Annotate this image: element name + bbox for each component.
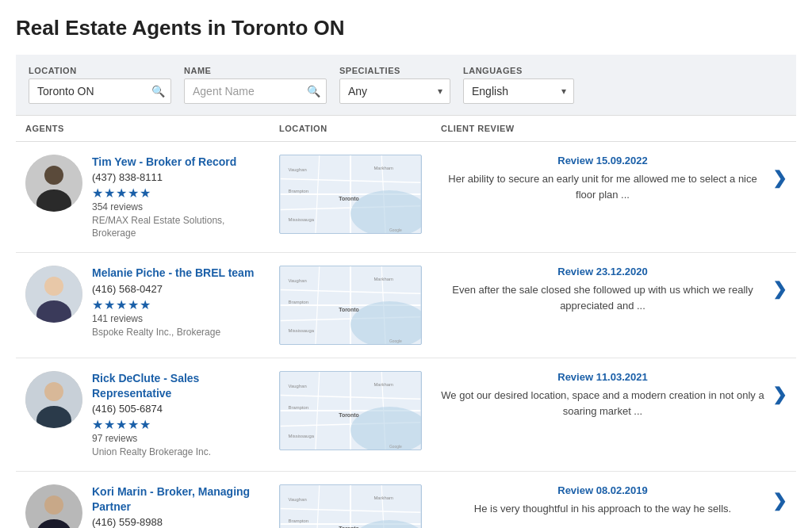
review-arrow-button[interactable]: ❯ xyxy=(772,386,787,404)
agent-info-cell: Melanie Piche - the BREL team (416) 568-… xyxy=(16,253,270,358)
avatar xyxy=(25,266,82,323)
filter-bar: LOCATION 🔍 NAME 🔍 SPECIALTIES Any Buyer … xyxy=(16,55,796,115)
agent-cell: Rick DeClute - Sales Representative (416… xyxy=(25,371,260,458)
agent-phone: (416) 568-0427 xyxy=(92,283,260,295)
location-input[interactable] xyxy=(29,78,171,104)
table-row: Kori Marin - Broker, Managing Partner (4… xyxy=(16,472,796,528)
review-content: Review 23.12.2020 Even after the sale cl… xyxy=(441,266,764,313)
agent-map-cell: Vaughan Markham Brampton Toronto Mississ… xyxy=(270,253,431,358)
review-arrow: ❯ xyxy=(772,281,787,298)
table-row: Rick DeClute - Sales Representative (416… xyxy=(16,358,796,472)
svg-text:Google: Google xyxy=(389,339,402,343)
review-arrow-button[interactable]: ❯ xyxy=(772,281,787,298)
agent-cell: Tim Yew - Broker of Record (437) 838-811… xyxy=(25,155,260,239)
agent-name[interactable]: Rick DeClute - Sales Representative xyxy=(92,371,260,400)
agent-details: Tim Yew - Broker of Record (437) 838-811… xyxy=(92,155,260,239)
svg-text:Mississauga: Mississauga xyxy=(289,434,315,439)
review-row-inner: Review 11.03.2021 We got our desired loc… xyxy=(441,371,787,419)
agent-info-cell: Tim Yew - Broker of Record (437) 838-811… xyxy=(16,142,270,253)
avatar xyxy=(25,155,82,212)
svg-text:Toronto: Toronto xyxy=(339,412,358,418)
agent-map-cell: Vaughan Markham Brampton Toronto Mississ… xyxy=(270,358,431,472)
agent-phone: (416) 559-8988 xyxy=(92,516,260,528)
agent-brokerage: RE/MAX Real Estate Solutions, Brokerage xyxy=(92,215,260,239)
agent-map-cell: Vaughan Markham Brampton Toronto Mississ… xyxy=(270,142,431,253)
svg-text:Vaughan: Vaughan xyxy=(289,167,307,172)
agent-cell: Kori Marin - Broker, Managing Partner (4… xyxy=(25,484,260,528)
review-row-inner: Review 15.09.2022 Her ability to secure … xyxy=(441,155,787,202)
location-filter: LOCATION 🔍 xyxy=(29,66,171,104)
review-content: Review 11.03.2021 We got our desired loc… xyxy=(441,371,764,419)
languages-select[interactable]: English French Spanish Mandarin xyxy=(463,78,574,104)
svg-point-35 xyxy=(44,382,63,401)
review-cell: Review 11.03.2021 We got our desired loc… xyxy=(431,358,796,472)
review-row-inner: Review 23.12.2020 Even after the sale cl… xyxy=(441,266,787,313)
svg-text:Google: Google xyxy=(389,445,402,449)
svg-text:Brampton: Brampton xyxy=(289,300,308,304)
agent-name[interactable]: Melanie Piche - the BREL team xyxy=(92,266,260,280)
agent-cell: Melanie Piche - the BREL team (416) 568-… xyxy=(25,266,260,339)
svg-point-52 xyxy=(44,495,63,515)
svg-text:Google: Google xyxy=(389,228,402,232)
svg-text:Mississauga: Mississauga xyxy=(289,217,315,222)
review-content: Review 08.02.2019 He is very thoughtful … xyxy=(441,484,764,517)
svg-text:Vaughan: Vaughan xyxy=(289,278,307,283)
agent-map[interactable]: Vaughan Markham Brampton Toronto Mississ… xyxy=(279,371,422,450)
agent-details: Kori Marin - Broker, Managing Partner (4… xyxy=(92,484,260,528)
col-review-header: CLIENT REVIEW xyxy=(431,116,796,142)
review-cell: Review 08.02.2019 He is very thoughtful … xyxy=(431,472,796,528)
location-search-icon[interactable]: 🔍 xyxy=(151,85,165,98)
agent-reviews: 354 reviews xyxy=(92,201,260,212)
review-arrow-button[interactable]: ❯ xyxy=(772,170,787,187)
agent-map[interactable]: Vaughan Markham Brampton Toronto Mississ… xyxy=(279,155,422,234)
agent-details: Rick DeClute - Sales Representative (416… xyxy=(92,371,260,458)
table-row: Melanie Piche - the BREL team (416) 568-… xyxy=(16,253,796,358)
table-header: AGENTS LOCATION CLIENT REVIEW xyxy=(16,116,796,142)
review-arrow-button[interactable]: ❯ xyxy=(772,492,787,510)
agent-name[interactable]: Kori Marin - Broker, Managing Partner xyxy=(92,484,260,513)
review-text: Her ability to secure an early unit for … xyxy=(441,171,764,202)
review-date: Review 23.12.2020 xyxy=(441,266,764,277)
svg-point-18 xyxy=(44,277,63,296)
svg-text:Markham: Markham xyxy=(373,277,393,281)
col-agents-header: AGENTS xyxy=(16,116,270,142)
avatar xyxy=(25,371,82,428)
page-title: Real Estate Agents in Toronto ON xyxy=(16,16,796,40)
agent-map-cell: Vaughan Markham Brampton Toronto Mississ… xyxy=(270,472,431,528)
specialties-select[interactable]: Any Buyer Seller Investor xyxy=(339,78,450,104)
svg-text:Brampton: Brampton xyxy=(289,405,308,410)
svg-point-1 xyxy=(44,166,63,185)
svg-text:Brampton: Brampton xyxy=(289,518,308,523)
agent-details: Melanie Piche - the BREL team (416) 568-… xyxy=(92,266,260,339)
agent-map[interactable]: Vaughan Markham Brampton Toronto Mississ… xyxy=(279,484,422,528)
agent-reviews: 97 reviews xyxy=(92,433,260,444)
svg-text:Mississauga: Mississauga xyxy=(289,329,315,334)
agent-map[interactable]: Vaughan Markham Brampton Toronto Mississ… xyxy=(279,266,422,345)
agent-phone: (437) 838-8111 xyxy=(92,171,260,183)
agent-reviews: 141 reviews xyxy=(92,313,260,324)
review-date: Review 11.03.2021 xyxy=(441,371,764,383)
languages-label: LANGUAGES xyxy=(463,66,574,75)
agents-table: AGENTS LOCATION CLIENT REVIEW Tim Yew - … xyxy=(16,115,796,528)
name-filter: NAME 🔍 xyxy=(184,66,327,104)
review-row-inner: Review 08.02.2019 He is very thoughtful … xyxy=(441,484,787,517)
svg-text:Toronto: Toronto xyxy=(339,196,358,201)
agent-stars: ★★★★★ xyxy=(92,186,260,201)
review-arrow: ❯ xyxy=(772,386,787,404)
review-cell: Review 23.12.2020 Even after the sale cl… xyxy=(431,253,796,358)
review-text: We got our desired location, space and a… xyxy=(441,388,764,419)
svg-text:Vaughan: Vaughan xyxy=(289,497,307,502)
agent-brokerage: Union Realty Brokerage Inc. xyxy=(92,446,260,459)
review-date: Review 15.09.2022 xyxy=(441,155,764,166)
svg-text:Brampton: Brampton xyxy=(289,189,308,193)
review-date: Review 08.02.2019 xyxy=(441,484,764,496)
review-content: Review 15.09.2022 Her ability to secure … xyxy=(441,155,764,202)
name-search-icon[interactable]: 🔍 xyxy=(307,85,320,98)
svg-text:Markham: Markham xyxy=(373,166,393,170)
agent-stars: ★★★★★ xyxy=(92,297,260,312)
svg-text:Toronto: Toronto xyxy=(339,307,358,312)
agent-brokerage: Bspoke Realty Inc., Brokerage xyxy=(92,327,260,339)
agent-name[interactable]: Tim Yew - Broker of Record xyxy=(92,155,260,169)
review-text: Even after the sale closed she followed … xyxy=(441,282,764,313)
name-input[interactable] xyxy=(184,78,327,104)
